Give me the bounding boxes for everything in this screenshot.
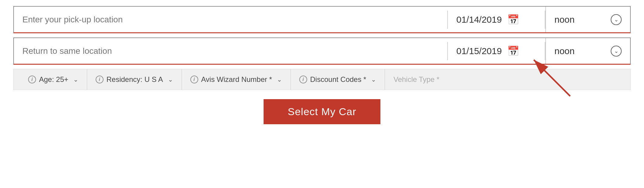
discount-chevron-icon: ⌄ [371, 76, 376, 83]
return-calendar-icon[interactable]: 📅 [507, 45, 519, 57]
return-time-field: noon ⌄ [545, 38, 630, 64]
residency-info-icon[interactable]: i [96, 76, 104, 83]
pickup-time-value: noon [554, 15, 575, 25]
wizard-chevron-icon: ⌄ [277, 76, 282, 83]
return-time-dropdown[interactable]: ⌄ [611, 46, 622, 57]
select-car-label: Select My Car [288, 106, 356, 117]
pickup-date-field: 01/14/2019 📅 [448, 14, 545, 25]
discount-info-icon[interactable]: i [299, 76, 307, 83]
pickup-calendar-icon[interactable]: 📅 [507, 14, 519, 25]
pickup-location-input[interactable] [14, 7, 447, 32]
options-bar: i Age: 25+ ⌄ i Residency: U S A ⌄ i Avis… [13, 69, 631, 90]
age-label: Age: 25+ [39, 75, 68, 84]
age-option[interactable]: i Age: 25+ ⌄ [20, 69, 87, 90]
residency-option[interactable]: i Residency: U S A ⌄ [87, 69, 182, 90]
residency-label: Residency: U S A [107, 75, 163, 84]
discount-label: Discount Codes * [310, 75, 366, 84]
return-row: 01/15/2019 📅 noon ⌄ [13, 37, 631, 65]
pickup-time-field: noon ⌄ [545, 7, 630, 32]
discount-option[interactable]: i Discount Codes * ⌄ [291, 69, 385, 90]
wizard-info-icon[interactable]: i [190, 76, 198, 83]
pickup-date-value: 01/14/2019 [456, 15, 502, 25]
return-location-input[interactable] [14, 38, 447, 64]
vehicle-type-option[interactable]: Vehicle Type * [385, 69, 448, 90]
pickup-time-dropdown[interactable]: ⌄ [611, 14, 622, 25]
return-time-value: noon [554, 46, 575, 56]
vehicle-type-label: Vehicle Type * [393, 75, 439, 84]
return-date-value: 01/15/2019 [456, 46, 502, 56]
select-car-button[interactable]: Select My Car [264, 99, 381, 124]
wizard-option[interactable]: i Avis Wizard Number * ⌄ [182, 69, 291, 90]
age-info-icon[interactable]: i [28, 76, 36, 83]
booking-form: 01/14/2019 📅 noon ⌄ 01/15/2019 📅 noon ⌄ … [13, 6, 631, 124]
submit-row: Select My Car [13, 99, 631, 124]
pickup-row: 01/14/2019 📅 noon ⌄ [13, 6, 631, 33]
wizard-label: Avis Wizard Number * [201, 75, 272, 84]
age-chevron-icon: ⌄ [73, 76, 78, 83]
return-date-field: 01/15/2019 📅 [448, 45, 545, 57]
residency-chevron-icon: ⌄ [168, 76, 173, 83]
